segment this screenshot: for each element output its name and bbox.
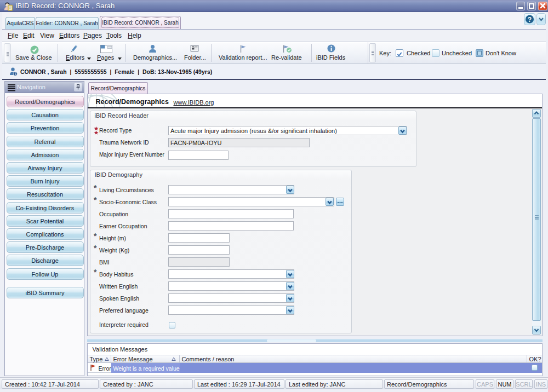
- svg-text:?: ?: [528, 16, 532, 24]
